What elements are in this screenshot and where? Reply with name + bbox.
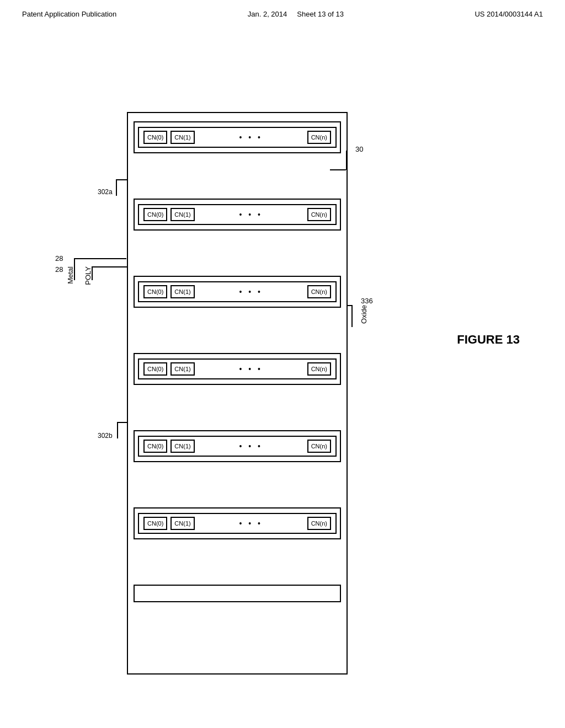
cell-row-6: CN(0) CN(1) • • • CN(n) bbox=[138, 513, 337, 534]
dots-r5: • • • bbox=[198, 442, 304, 451]
row-section-3: CN(0) CN(1) • • • CN(n) bbox=[134, 276, 341, 308]
cell-cn1-r3: CN(1) bbox=[170, 285, 194, 298]
row-section-7 bbox=[134, 585, 341, 602]
cell-cn1-r1: CN(1) bbox=[170, 131, 194, 144]
arrow-302a-h bbox=[116, 179, 128, 180]
metal-arrow-line bbox=[74, 258, 75, 280]
header-sheet: Sheet 13 of 13 bbox=[297, 10, 344, 18]
arrow-30-h bbox=[330, 169, 346, 170]
figure-label: FIGURE 13 bbox=[457, 333, 520, 347]
header-right: US 2014/0003144 A1 bbox=[475, 10, 543, 18]
header-left: Patent Application Publication bbox=[22, 10, 116, 18]
cell-row-3: CN(0) CN(1) • • • CN(n) bbox=[138, 281, 337, 302]
metal-arrow-h bbox=[74, 258, 126, 259]
cell-cn1-r4: CN(1) bbox=[170, 362, 194, 376]
arrow-302a-v bbox=[116, 179, 117, 196]
cell-cnn-r6: CN(n) bbox=[307, 517, 331, 530]
dots-r2: • • • bbox=[198, 210, 304, 219]
cell-row-4: CN(0) CN(1) • • • CN(n) bbox=[138, 358, 337, 379]
page-header: Patent Application Publication Jan. 2, 2… bbox=[0, 0, 565, 24]
row-section-5: CN(0) CN(1) • • • CN(n) bbox=[134, 430, 341, 462]
label-302b: 302b bbox=[98, 432, 113, 440]
oxide-label: Oxide bbox=[360, 305, 368, 325]
label-30: 30 bbox=[355, 145, 363, 153]
dots-r6: • • • bbox=[198, 519, 304, 528]
row-section-4: CN(0) CN(1) • • • CN(n) bbox=[134, 353, 341, 385]
cell-row-2: CN(0) CN(1) • • • CN(n) bbox=[138, 204, 337, 225]
cell-cn0-r3: CN(0) bbox=[143, 285, 167, 298]
cell-row-1: CN(0) CN(1) • • • CN(n) bbox=[138, 127, 337, 148]
cell-cn1-r5: CN(1) bbox=[170, 440, 194, 453]
arrow-oxide-h bbox=[348, 305, 353, 306]
arrow-302b-h bbox=[117, 422, 128, 423]
row-section-1: CN(0) CN(1) • • • CN(n) bbox=[134, 121, 341, 153]
label-302a: 302a bbox=[98, 188, 113, 196]
cell-cnn-r5: CN(n) bbox=[307, 440, 331, 453]
row-section-6: CN(0) CN(1) • • • CN(n) bbox=[134, 507, 341, 539]
dots-r1: • • • bbox=[198, 133, 304, 142]
poly-arrow-h bbox=[92, 266, 127, 267]
poly-label: POLY bbox=[84, 266, 92, 285]
arrow-30-v bbox=[346, 151, 347, 170]
cell-cn0-r4: CN(0) bbox=[143, 362, 167, 376]
cell-cnn-r3: CN(n) bbox=[307, 285, 331, 298]
cell-cn0-r5: CN(0) bbox=[143, 440, 167, 453]
metal-label: Metal bbox=[66, 266, 74, 284]
header-date: Jan. 2, 2014 bbox=[248, 10, 287, 18]
cell-cnn-r1: CN(n) bbox=[307, 131, 331, 144]
cell-cnn-r2: CN(n) bbox=[307, 208, 331, 221]
arrow-oxide-v bbox=[351, 305, 353, 327]
cell-cn0-r1: CN(0) bbox=[143, 131, 167, 144]
cell-cnn-r4: CN(n) bbox=[307, 362, 331, 376]
header-center: Jan. 2, 2014 Sheet 13 of 13 bbox=[248, 10, 344, 18]
outer-frame: CN(0) CN(1) • • • CN(n) CN(0) CN(1) • • … bbox=[127, 112, 348, 675]
cell-row-5: CN(0) CN(1) • • • CN(n) bbox=[138, 436, 337, 457]
poly-arrow-line bbox=[92, 266, 93, 280]
oxide-text: Oxide bbox=[360, 305, 368, 324]
cell-cn0-r2: CN(0) bbox=[143, 208, 167, 221]
dots-r3: • • • bbox=[198, 287, 304, 296]
cell-cn1-r2: CN(1) bbox=[170, 208, 194, 221]
label-28-poly: 28 bbox=[55, 265, 63, 274]
cell-cn1-r6: CN(1) bbox=[170, 517, 194, 530]
label-28-metal: 28 bbox=[55, 254, 63, 263]
cell-cn0-r6: CN(0) bbox=[143, 517, 167, 530]
arrow-302b-v bbox=[117, 422, 118, 438]
label-336: 336 bbox=[361, 297, 373, 305]
dots-r4: • • • bbox=[198, 365, 304, 373]
row-section-2: CN(0) CN(1) • • • CN(n) bbox=[134, 199, 341, 231]
